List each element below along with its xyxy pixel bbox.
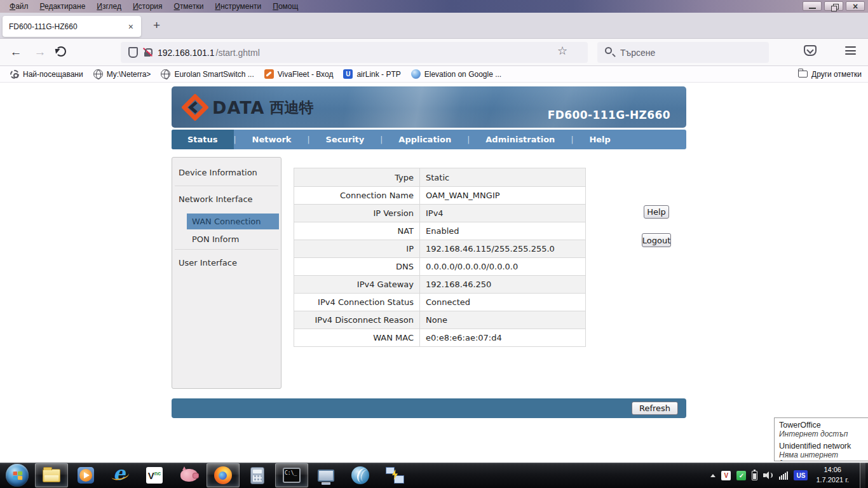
menu-item-[interactable]: Инструменти	[209, 1, 267, 12]
nav-tab-help[interactable]: Help	[573, 130, 626, 149]
conn-icon	[386, 467, 403, 484]
taskbar-firefox[interactable]	[207, 463, 240, 487]
row-value: OAM_WAN_MNGIP	[420, 187, 585, 204]
gear-icon	[10, 70, 19, 79]
nav-tab-status[interactable]: Status	[172, 130, 234, 149]
pocket-icon[interactable]	[804, 45, 817, 56]
insecure-lock-icon[interactable]	[144, 48, 152, 57]
explorer-icon	[43, 469, 60, 482]
taskbar-explorer[interactable]	[35, 463, 68, 487]
other-bookmarks-label: Други отметки	[811, 70, 862, 79]
menu-hamburger-icon[interactable]	[845, 46, 856, 55]
reload-button[interactable]	[56, 46, 66, 57]
menu-item-[interactable]: Изглед	[91, 1, 127, 12]
start-button[interactable]	[6, 464, 29, 487]
cdata-diamond-icon	[182, 94, 208, 121]
menu-item-[interactable]: Отметки	[168, 1, 210, 12]
tray-check-icon[interactable]	[736, 471, 746, 480]
menu-item-[interactable]: Файл	[4, 1, 34, 12]
clock[interactable]: 14:06 1.7.2021 г.	[813, 465, 851, 485]
table-row: Connection NameOAM_WAN_MNGIP	[294, 186, 585, 204]
bookmark-label: Eurolan SmartSwitch ...	[174, 70, 254, 79]
row-value: e0:e8:e6:ae:07:d4	[420, 329, 585, 346]
forward-button[interactable]: →	[31, 44, 50, 60]
sidebar-item-device-information[interactable]: Device Information	[172, 160, 281, 185]
folder-icon	[798, 71, 808, 78]
help-button[interactable]: Help	[644, 205, 669, 219]
router-nav: Status|Network|Security|Application|Admi…	[172, 130, 686, 149]
tab-title: FD600-111G-HZ660	[9, 22, 125, 31]
speaker-icon[interactable]	[763, 471, 773, 480]
taskbar-calculator[interactable]	[241, 463, 274, 487]
sidebar-item-pon-inform[interactable]: PON Inform	[187, 231, 279, 247]
show-desktop-button[interactable]	[860, 463, 865, 488]
row-value: 192.168.46.250	[420, 276, 585, 293]
windows-start-icon	[13, 471, 22, 480]
bookmark-label: Elevation on Google ...	[424, 70, 501, 79]
taskbar-media-player[interactable]	[69, 463, 102, 487]
tray-expand-icon[interactable]	[710, 474, 715, 477]
row-label: IPv4 Gateway	[294, 276, 420, 293]
taskbar-internet-explorer[interactable]	[104, 463, 137, 487]
network-signal-icon[interactable]	[779, 471, 788, 480]
nav-tab-application[interactable]: Application	[383, 130, 467, 149]
window-controls	[803, 1, 865, 11]
bookmark-item[interactable]: My:\Neterra>	[88, 67, 156, 81]
table-row: WAN MACe0:e8:e6:ae:07:d4	[294, 329, 585, 346]
battery-icon[interactable]	[752, 471, 757, 480]
menu-item-[interactable]: Редактиране	[34, 1, 92, 12]
restore-button[interactable]	[824, 1, 843, 11]
bookmark-item[interactable]: VivaFleet - Вход	[259, 67, 339, 81]
network-popup: TowerOfficeИнтернет достъпUnidentified n…	[774, 417, 868, 461]
bookmark-star-icon[interactable]: ☆	[557, 44, 567, 58]
router-sidebar: Device InformationNetwork InterfaceWAN C…	[172, 157, 281, 389]
logout-button[interactable]: Logout	[642, 233, 671, 247]
taskbar-cmd[interactable]	[275, 463, 308, 487]
bookmarks-list: Най-посещаваниMy:\Neterra>Eurolan SmartS…	[5, 67, 506, 81]
url-host: 192.168.101.1	[158, 48, 215, 58]
sidebar-item-user-interface[interactable]: User Interface	[172, 250, 281, 275]
tray-vnc-icon[interactable]	[721, 471, 731, 480]
nav-tab-administration[interactable]: Administration	[470, 130, 571, 149]
menu-item-[interactable]: История	[127, 1, 168, 12]
taskbar-connection-app[interactable]	[378, 463, 411, 487]
bookmark-item[interactable]: Elevation on Google ...	[406, 67, 506, 81]
browser-tab[interactable]: FD600-111G-HZ660 ×	[3, 16, 141, 37]
taskbar-pig-app[interactable]	[172, 463, 205, 487]
nav-tab-security[interactable]: Security	[310, 130, 381, 149]
taskbar-winbox[interactable]	[344, 463, 377, 487]
sidebar-item-network-interface[interactable]: Network Interface	[172, 187, 281, 212]
address-bar[interactable]: 192.168.101.1 /start.ghtml	[121, 42, 588, 63]
network-name: Unidentified network	[779, 442, 864, 451]
network-entry[interactable]: TowerOfficeИнтернет достъп	[779, 421, 864, 438]
bookmark-item[interactable]: Най-посещавани	[5, 67, 88, 81]
menu-item-[interactable]: Помощ	[267, 1, 304, 12]
bookmark-item[interactable]: airLink - PTP	[338, 67, 405, 81]
tab-close-icon[interactable]: ×	[125, 21, 137, 32]
nav-tab-network[interactable]: Network	[236, 130, 308, 149]
refresh-button[interactable]: Refresh	[632, 402, 678, 415]
bookmark-item[interactable]: Eurolan SmartSwitch ...	[156, 67, 259, 81]
row-value: Connected	[420, 294, 585, 311]
network-entry[interactable]: Unidentified networkНяма интернет достъп	[779, 442, 864, 461]
sidebar-item-wan-connection[interactable]: WAN Connection	[187, 214, 279, 229]
new-tab-button[interactable]: +	[148, 18, 165, 32]
taskbar-vnc-viewer[interactable]	[138, 463, 171, 487]
airlink-icon	[343, 69, 353, 79]
vnc-icon	[146, 467, 163, 484]
router-model-title: FD600-111G-HZ660	[548, 109, 670, 121]
table-row: IP VersionIPv4	[294, 204, 585, 222]
row-label: WAN MAC	[294, 329, 420, 346]
bookmark-label: Най-посещавани	[23, 70, 83, 79]
keyboard-layout-badge[interactable]: US	[794, 470, 808, 480]
taskbar-remote-desktop[interactable]	[309, 463, 342, 487]
back-button[interactable]: ←	[6, 44, 25, 60]
search-input[interactable]	[597, 42, 769, 63]
other-bookmarks[interactable]: Други отметки	[798, 70, 862, 79]
sidebar-divider	[175, 249, 278, 250]
minimize-button[interactable]	[803, 1, 822, 11]
screen: ФайлРедактиранеИзгледИсторияОтметкиИнстр…	[0, 0, 868, 488]
close-button[interactable]	[846, 1, 865, 11]
tracking-shield-icon[interactable]	[128, 47, 138, 58]
row-value: Enabled	[420, 222, 585, 240]
